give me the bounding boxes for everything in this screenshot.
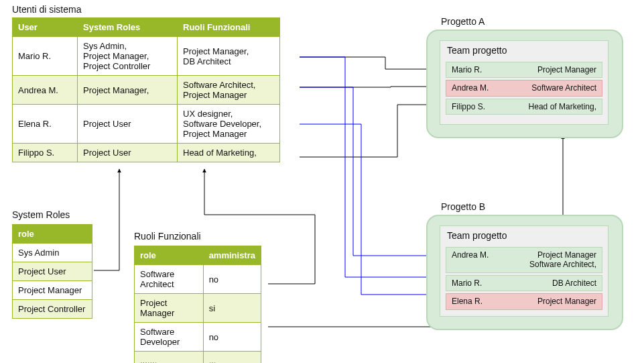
team-member: Elena R.Project Manager <box>446 293 602 309</box>
sysroles-row: Project User <box>13 262 92 281</box>
sysroles-table: role Sys Admin Project User Project Mana… <box>12 224 92 319</box>
funcroles-row: Project Managersi <box>135 294 261 323</box>
sysroles-title: System Roles <box>12 209 70 220</box>
utenti-col-funcroles: Ruoli Funzionali <box>178 18 280 37</box>
sysroles-row: Project Controller <box>13 300 92 319</box>
team-member: Andrea M.Project Manager Software Archit… <box>446 247 602 273</box>
utenti-col-user: User <box>13 18 78 37</box>
funcroles-col-amm: amministra <box>203 246 261 265</box>
funcroles-table: role amministra Software Architectno Pro… <box>134 246 261 363</box>
funcroles-col-role: role <box>135 246 204 265</box>
utenti-col-sysroles: System Roles <box>78 18 178 37</box>
progetto-b-container: Progetto B Team progetto Andrea M.Projec… <box>426 215 623 330</box>
funcroles-row: .......... <box>135 352 261 364</box>
team-member: Filippo S.Head of Marketing, <box>446 99 602 115</box>
team-member: Andrea M.Software Architect <box>446 80 602 96</box>
utenti-title: Utenti di sistema <box>12 4 81 15</box>
sysroles-col-role: role <box>13 225 92 244</box>
sysroles-row: Sys Admin <box>13 244 92 262</box>
progetto-b-label: Progetto B <box>441 201 485 212</box>
progetto-b-team: Team progetto Andrea M.Project Manager S… <box>440 225 608 317</box>
progetto-a-container: Progetto A Team progetto Mario R.Project… <box>426 30 623 138</box>
funcroles-row: Software Architectno <box>135 265 261 294</box>
team-member: Mario R.Project Manager <box>446 62 602 78</box>
sysroles-row: Project Manager <box>13 281 92 300</box>
progetto-a-team-title: Team progetto <box>447 45 507 56</box>
progetto-b-team-title: Team progetto <box>447 230 507 241</box>
utenti-table: User System Roles Ruoli Funzionali Mario… <box>12 17 280 162</box>
funcroles-row: Software Developerno <box>135 323 261 352</box>
utenti-row: Elena R.Project UserUX designer, Softwar… <box>13 105 280 144</box>
utenti-row: Mario R.Sys Admin, Project Manager, Proj… <box>13 37 280 76</box>
utenti-header-row: User System Roles Ruoli Funzionali <box>13 18 280 37</box>
team-member: Mario R.DB Architect <box>446 275 602 291</box>
funcroles-title: Ruoli Funzionali <box>134 231 201 242</box>
progetto-a-team: Team progetto Mario R.Project Manager An… <box>440 40 608 125</box>
progetto-a-label: Progetto A <box>441 16 485 27</box>
diagram-canvas: { "utenti": { "title": "Utenti di sistem… <box>0 0 644 363</box>
utenti-row: Filippo S.Project UserHead of Marketing, <box>13 144 280 162</box>
utenti-row: Andrea M.Project Manager,Software Archit… <box>13 76 280 105</box>
